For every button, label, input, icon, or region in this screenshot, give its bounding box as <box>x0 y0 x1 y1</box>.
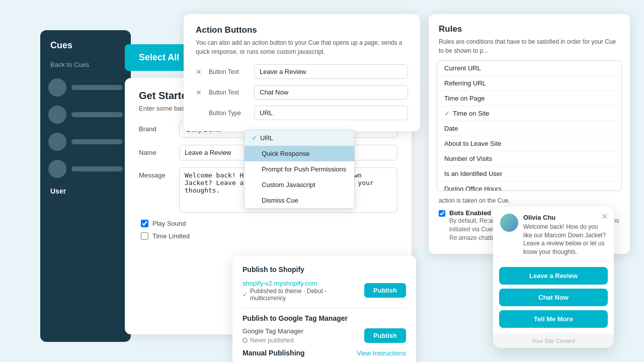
action-panel-title: Action Buttons <box>196 25 408 35</box>
publish-gtm-row: Google Tag Manager Never published Publi… <box>243 327 406 344</box>
rule-label: Referring URL <box>444 79 486 87</box>
button-text-label-1: Button Text <box>209 68 249 75</box>
chat-action-btn-tell-me-more[interactable]: Tell Me More <box>499 310 608 328</box>
rules-item-identified-user[interactable]: Is an Identified User <box>437 166 621 182</box>
avatar <box>48 78 66 97</box>
sidebar-title: Cues <box>48 40 123 51</box>
dropdown-item-quick-response[interactable]: Quick Response <box>245 146 354 161</box>
rules-item-about-to-leave[interactable]: About to Leave Site <box>437 136 621 151</box>
rules-item-number-of-visits[interactable]: Number of Visits <box>437 151 621 166</box>
remove-action-2-button[interactable]: ✕ <box>196 88 204 97</box>
select-all-button[interactable]: Select All <box>125 44 193 71</box>
sidebar-bar <box>71 112 123 117</box>
button-type-row: ✕ Button Type ✓ URL Quick Response Promp… <box>196 106 408 120</box>
sidebar-section-label: User <box>48 187 123 195</box>
rules-item-date[interactable]: Date <box>437 121 621 136</box>
sidebar-item <box>48 160 123 178</box>
view-instructions-link[interactable]: View Instructions <box>357 349 406 357</box>
dropdown-item-push-permissions[interactable]: Prompt for Push Permissions <box>245 161 354 177</box>
bots-enabled-checkbox[interactable] <box>439 210 445 217</box>
rule-label: Date <box>444 125 458 132</box>
publish-panel: Publish to Shopify shopify-v2.myshopify.… <box>232 255 416 362</box>
rule-label: Is an Identified User <box>444 170 503 177</box>
play-sound-label: Play Sound <box>152 220 186 227</box>
back-to-cues-link[interactable]: Back to Cues <box>48 61 123 68</box>
rules-title: Rules <box>429 24 630 34</box>
avatar <box>48 106 66 124</box>
avatar <box>48 160 66 178</box>
publish-shopify-title: Publish to Shopify <box>243 265 406 274</box>
sidebar-bar <box>71 85 123 90</box>
message-label: Message <box>139 167 179 179</box>
sidebar-bar <box>71 166 123 171</box>
rule-label: Time on Site <box>453 110 490 117</box>
dropdown-item-label: Custom Javascript <box>262 181 315 189</box>
manual-publishing-label: Manual Publishing <box>243 349 305 357</box>
check-icon: ✓ <box>252 134 257 142</box>
chat-action-btn-leave-review[interactable]: Leave a Review <box>499 267 608 285</box>
close-icon[interactable]: ✕ <box>601 212 608 221</box>
dropdown-item-url[interactable]: ✓ URL <box>245 130 354 146</box>
divider <box>243 308 406 308</box>
chat-action-buttons: Leave a Review Chat Now Tell Me More <box>493 262 614 334</box>
brand-label: Brand <box>139 121 179 133</box>
shopify-status: ✓ Published to theme · Debut - multicurr… <box>243 288 359 302</box>
rules-item-office-hours[interactable]: During Office Hours <box>437 182 621 191</box>
check-icon: ✓ <box>444 110 450 117</box>
rule-label: Time on Page <box>444 95 485 102</box>
action-desc: action is taken on the Cue. <box>439 197 620 204</box>
sidebar-item <box>48 133 123 151</box>
manual-publishing-row: Manual Publishing View Instructions <box>243 349 406 357</box>
rule-label: During Office Hours <box>444 185 502 191</box>
dropdown-item-custom-js[interactable]: Custom Javascript <box>245 177 354 193</box>
button-text-label-2: Button Text <box>209 89 249 96</box>
rules-item-referring-url[interactable]: Referring URL <box>437 76 621 91</box>
dropdown-item-label: Prompt for Push Permissions <box>262 165 346 173</box>
play-sound-row: Play Sound <box>139 220 397 227</box>
action-row-1: ✕ Button Text <box>196 64 408 79</box>
rule-label: Number of Visits <box>444 155 492 162</box>
dropdown-item-label: Quick Response <box>262 150 309 157</box>
publish-shopify-row: shopify-v2.myshopify.com ✓ Published to … <box>243 279 406 302</box>
time-limited-checkbox[interactable] <box>141 232 148 240</box>
chat-action-btn-chat-now[interactable]: Chat Now <box>499 289 608 306</box>
time-limited-row: Time Limited <box>139 232 397 240</box>
rules-desc: Rules are conditions that have to be sat… <box>429 37 630 55</box>
radio-icon <box>243 338 248 343</box>
rule-label: Current URL <box>444 64 481 72</box>
check-icon: ✓ <box>243 291 248 298</box>
action-buttons-panel: Action Buttons You can also add an actio… <box>184 14 420 131</box>
shopify-link[interactable]: shopify-v2.myshopify.com <box>243 280 317 287</box>
dropdown-item-label: URL <box>260 134 273 142</box>
publish-gtm-title: Publish to Google Tag Manager <box>243 314 406 322</box>
rules-item-current-url[interactable]: Current URL <box>437 61 621 76</box>
gtm-status: Never published <box>243 337 303 344</box>
button-text-input-2[interactable] <box>254 85 408 100</box>
agent-avatar <box>500 214 518 232</box>
time-limited-label: Time Limited <box>152 232 190 240</box>
name-label: Name <box>139 145 179 156</box>
shopify-publish-button[interactable]: Publish <box>364 283 406 298</box>
action-panel-desc: You can also add an action button to you… <box>196 38 408 56</box>
chat-header: Olivia Chu Welcome back! How do you like… <box>493 207 614 262</box>
gtm-status-text: Never published <box>250 337 294 344</box>
sidebar-item <box>48 106 123 124</box>
button-text-input-1[interactable] <box>254 64 408 79</box>
rules-item-time-on-page[interactable]: Time on Page <box>437 91 621 106</box>
remove-action-1-button[interactable]: ✕ <box>196 68 204 76</box>
chat-preview-widget: Olivia Chu Welcome back! How do you like… <box>493 207 614 348</box>
gtm-publish-button[interactable]: Publish <box>364 328 406 343</box>
gtm-label: Google Tag Manager <box>243 327 303 335</box>
dropdown-item-dismiss-cue[interactable]: Dismiss Cue <box>245 193 354 208</box>
play-sound-checkbox[interactable] <box>141 220 148 227</box>
dropdown-item-label: Dismiss Cue <box>262 197 298 204</box>
rules-list: Current URL Referring URL Time on Page ✓… <box>437 60 622 191</box>
sidebar: Cues Back to Cues User <box>40 30 131 342</box>
button-type-input[interactable] <box>254 106 408 120</box>
action-row-2: ✕ Button Text <box>196 85 408 100</box>
avatar <box>48 133 66 151</box>
rule-label: About to Leave Site <box>444 140 501 147</box>
chat-message: Welcome back! How do you like our Marcom… <box>523 223 607 256</box>
sidebar-item <box>48 78 123 97</box>
rules-item-time-on-site[interactable]: ✓ Time on Site <box>437 106 621 121</box>
